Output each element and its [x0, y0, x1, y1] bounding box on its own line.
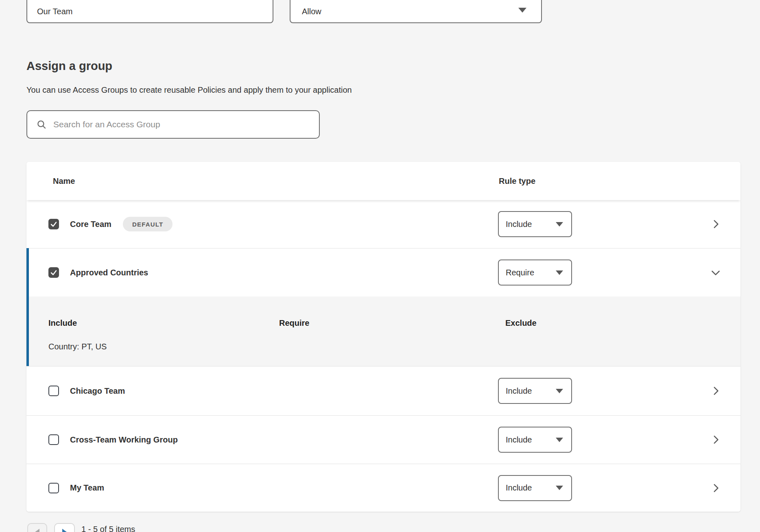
approved-countries-checkbox[interactable] — [48, 267, 59, 278]
section-description: You can use Access Groups to create reus… — [26, 85, 352, 95]
table-row-approved-countries: Approved Countries Require — [26, 248, 740, 297]
cross-team-working-group-expand-button[interactable] — [707, 431, 725, 449]
table-row-core-team: Core Team DEFAULT Include — [26, 200, 740, 248]
chicago-team-rule-select[interactable]: Include — [498, 378, 572, 404]
check-icon — [50, 269, 57, 276]
chicago-team-checkbox[interactable] — [48, 386, 59, 396]
rule-select-value: Include — [506, 220, 532, 229]
my-team-checkbox[interactable] — [48, 483, 59, 493]
row-label: Core Team — [70, 220, 111, 229]
cross-team-working-group-checkbox[interactable] — [48, 434, 59, 445]
column-header-name: Name — [53, 177, 75, 186]
table-row-my-team: My Team Include — [26, 464, 740, 512]
detail-require-header: Require — [279, 318, 309, 328]
action-select[interactable]: Allow — [290, 0, 542, 23]
row-label: Approved Countries — [70, 268, 148, 277]
rule-select-value: Require — [506, 268, 534, 277]
approved-countries-collapse-button[interactable] — [707, 264, 725, 281]
row-label: My Team — [70, 483, 104, 493]
table-row-cross-team-working-group: Cross-Team Working Group Include — [26, 415, 740, 464]
search-icon — [36, 119, 47, 130]
policy-name-input[interactable] — [27, 0, 273, 22]
chevron-right-icon — [710, 434, 721, 445]
my-team-rule-select[interactable]: Include — [498, 475, 572, 501]
caret-down-icon — [556, 270, 563, 275]
caret-down-icon — [556, 222, 563, 227]
access-group-search — [26, 110, 320, 139]
column-header-rule-type: Rule type — [499, 177, 535, 186]
rule-select-value: Include — [506, 435, 532, 445]
next-page-button[interactable] — [54, 523, 75, 532]
approved-countries-rule-select[interactable]: Require — [498, 259, 572, 286]
default-badge: DEFAULT — [123, 217, 173, 231]
caret-down-icon — [518, 8, 526, 13]
caret-down-icon — [556, 389, 563, 393]
caret-down-icon — [556, 486, 563, 490]
rule-select-value: Include — [506, 386, 532, 396]
row-label: Cross-Team Working Group — [70, 435, 178, 445]
access-policy-page: { "policy_form": { "policy_name_value": … — [0, 0, 760, 532]
action-select-value: Allow — [302, 7, 321, 16]
selected-row-indicator — [26, 248, 29, 366]
core-team-checkbox[interactable] — [48, 219, 59, 229]
core-team-expand-button[interactable] — [707, 215, 725, 233]
chevron-right-icon — [710, 386, 721, 396]
core-team-rule-select[interactable]: Include — [498, 211, 572, 237]
detail-exclude-header: Exclude — [505, 318, 537, 328]
page-title: Assign a group — [26, 59, 112, 73]
policy-name-field — [26, 0, 273, 23]
rule-select-value: Include — [506, 483, 532, 493]
detail-include-value: Country: PT, US — [48, 342, 107, 351]
row-label: Chicago Team — [70, 386, 125, 396]
chicago-team-expand-button[interactable] — [707, 382, 725, 400]
detail-include-header: Include — [48, 318, 77, 328]
search-input[interactable] — [53, 120, 306, 129]
check-icon — [50, 220, 57, 228]
access-groups-table: Name Rule type Core Team DEFAULT Include… — [26, 162, 740, 512]
chevron-right-icon — [710, 219, 721, 229]
chevron-right-icon — [710, 483, 721, 493]
previous-page-button[interactable] — [27, 523, 47, 532]
next-page-icon — [62, 529, 67, 532]
approved-countries-detail-panel: Include Require Exclude Country: PT, US — [26, 297, 740, 366]
prev-page-icon — [35, 529, 39, 532]
cross-team-working-group-rule-select[interactable]: Include — [498, 427, 572, 453]
my-team-expand-button[interactable] — [707, 479, 725, 497]
table-header: Name Rule type — [26, 162, 740, 200]
table-row-chicago-team: Chicago Team Include — [26, 366, 740, 415]
pagination-summary: 1 - 5 of 5 items — [81, 525, 135, 532]
caret-down-icon — [556, 438, 563, 442]
chevron-down-icon — [710, 267, 721, 278]
